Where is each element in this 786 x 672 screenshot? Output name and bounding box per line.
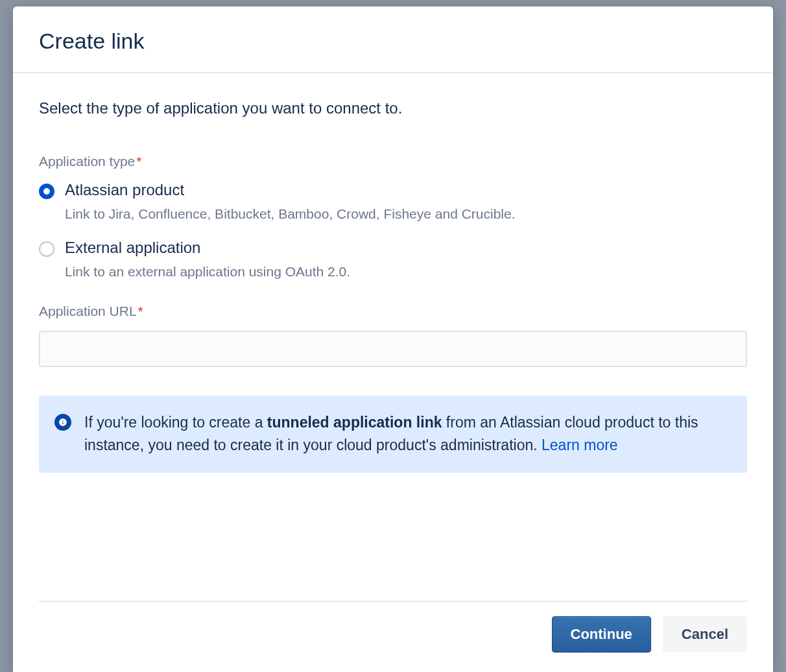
radio-title: External application [65,239,747,257]
application-url-field: Application URL* [39,304,747,367]
radio-content: Atlassian product Link to Jira, Confluen… [65,181,747,223]
info-panel: If you're looking to create a tunneled a… [39,396,747,473]
info-text-bold: tunneled application link [267,414,442,431]
radio-icon [39,184,54,199]
dialog-title: Create link [39,29,747,54]
application-type-label: Application type* [39,154,747,169]
intro-text: Select the type of application you want … [39,99,747,117]
radio-content: External application Link to an external… [65,239,747,281]
dialog-body: Select the type of application you want … [13,73,773,601]
radio-description: Link to an external application using OA… [65,262,747,281]
radio-option-atlassian-product[interactable]: Atlassian product Link to Jira, Confluen… [39,181,747,223]
radio-option-external-application[interactable]: External application Link to an external… [39,239,747,281]
info-text-before: If you're looking to create a [84,414,267,431]
dialog-header: Create link [13,6,773,73]
info-text: If you're looking to create a tunneled a… [84,411,729,457]
continue-button[interactable]: Continue [552,616,651,653]
application-url-label: Application URL* [39,304,747,319]
radio-icon [39,241,54,257]
application-url-label-text: Application URL [39,304,137,318]
cancel-button[interactable]: Cancel [663,616,747,653]
radio-description: Link to Jira, Confluence, Bitbucket, Bam… [65,204,747,223]
application-url-input[interactable] [39,331,747,367]
info-icon [54,414,71,431]
required-asterisk-icon: * [138,304,143,318]
required-asterisk-icon: * [136,154,141,169]
dialog-footer: Continue Cancel [39,601,747,672]
application-type-label-text: Application type [39,154,135,169]
application-type-radio-group: Atlassian product Link to Jira, Confluen… [39,181,747,282]
radio-title: Atlassian product [65,181,747,199]
create-link-dialog: Create link Select the type of applicati… [13,6,773,672]
learn-more-link[interactable]: Learn more [542,437,618,453]
